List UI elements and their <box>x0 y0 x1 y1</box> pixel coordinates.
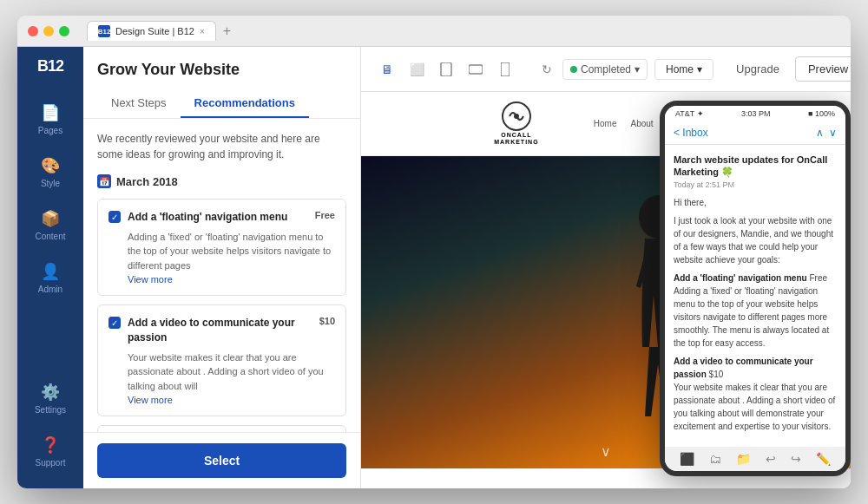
phone-icon-6[interactable]: ✏️ <box>816 452 831 466</box>
browser-tab[interactable]: B12 Design Suite | B12 × <box>87 21 216 41</box>
rec-item-1-header: ✓ Add a 'floating' navigation menu Free <box>108 210 335 225</box>
rec-title-2: Add a video to communicate your passion <box>128 316 312 345</box>
admin-icon: 👤 <box>41 262 60 281</box>
panel-header: Grow Your Website Next Steps Recommendat… <box>83 47 360 119</box>
status-dropdown[interactable]: Completed ▾ <box>562 59 648 80</box>
status-dot <box>570 66 577 73</box>
grow-panel: Grow Your Website Next Steps Recommendat… <box>83 47 361 488</box>
rec-price-2: $10 <box>319 316 335 326</box>
close-button[interactable] <box>28 26 38 36</box>
phone-icon-1[interactable]: ⬛ <box>680 452 694 466</box>
sidebar-item-style[interactable]: 🎨 Style <box>17 147 83 197</box>
rec-link-2[interactable]: View more <box>128 395 335 405</box>
panel-description: We recently reviewed your website and he… <box>97 131 346 162</box>
rec-title-1: Add a 'floating' navigation menu <box>128 210 287 225</box>
email-rec1-desc: Adding a 'fixed' or 'floating' navigatio… <box>674 286 829 348</box>
mobile-landscape-icon[interactable] <box>464 57 488 82</box>
minimize-button[interactable] <box>43 26 54 36</box>
rec-item-3: Add a custom form $30 With a custom form… <box>97 425 346 432</box>
settings-icon: ⚙️ <box>41 383 60 402</box>
preview-button[interactable]: Preview <box>795 56 851 82</box>
b12-logo: B12 <box>37 57 63 75</box>
email-rec2-desc: Your website makes it clear that you are… <box>674 383 835 431</box>
site-logo-text: ONCALLMARKETING <box>494 132 538 147</box>
b12-sidebar: B12 📄 Pages 🎨 Style 📦 Content 👤 Admin ⚙️… <box>17 47 83 488</box>
rec-item-2-left: ✓ Add a video to communicate your passio… <box>108 316 312 345</box>
tab-close-button[interactable]: × <box>200 27 205 36</box>
email-rec2-price: $10 <box>709 370 724 379</box>
device-icons: 🖥 ⬜ <box>375 57 517 82</box>
sidebar-item-settings[interactable]: ⚙️ Settings <box>17 374 83 423</box>
tab-recommendations[interactable]: Recommendations <box>181 89 309 118</box>
rec-item-2-header: ✓ Add a video to communicate your passio… <box>108 316 335 345</box>
support-icon: ❓ <box>41 435 60 455</box>
nav-link-about[interactable]: About <box>630 119 653 128</box>
pages-icon: 📄 <box>41 103 60 122</box>
email-rec1-title: Add a 'floating' navigation menu <box>674 273 807 283</box>
rec-price-1: Free <box>315 210 335 220</box>
panel-title: Grow Your Website <box>97 61 346 79</box>
panel-footer: Select <box>83 432 360 488</box>
select-button[interactable]: Select <box>97 443 346 478</box>
phone-icon-2[interactable]: 🗂 <box>709 452 721 466</box>
refresh-icon[interactable]: ↻ <box>538 59 556 80</box>
page-dropdown[interactable]: Home ▾ <box>654 59 713 80</box>
fullscreen-button[interactable] <box>59 26 69 36</box>
email-intro: I just took a look at your website with … <box>674 214 837 266</box>
rec-item-2: ✓ Add a video to communicate your passio… <box>97 304 346 416</box>
website-preview: ONCALLMARKETING Home About Services Test… <box>361 92 851 488</box>
phone-icon-5[interactable]: ↪ <box>791 452 801 466</box>
upgrade-button[interactable]: Upgrade <box>727 57 788 81</box>
back-arrow-icon[interactable]: < Inbox <box>674 127 708 139</box>
email-rec1: Add a 'floating' navigation menu Free Ad… <box>674 272 837 350</box>
rec-item-1-left: ✓ Add a 'floating' navigation menu <box>108 210 287 225</box>
sidebar-item-label: Support <box>35 458 65 468</box>
phone-bottom-bar: ⬛ 🗂 📁 ↩ ↪ ✏️ <box>665 447 845 471</box>
site-logo-icon <box>501 101 532 132</box>
sidebar-item-label: Content <box>35 232 65 241</box>
phone-overlay: AT&T ✦ 3:03 PM ■ 100% < Inbox ∧ ∨ March … <box>660 101 851 476</box>
title-bar: B12 Design Suite | B12 × + <box>17 16 851 47</box>
email-meta: Today at 2:51 PM <box>674 180 837 189</box>
status-label: Completed <box>581 63 631 75</box>
rec-link-1[interactable]: View more <box>128 274 335 285</box>
phone-icon-4[interactable]: ↩ <box>766 452 776 466</box>
sidebar-item-pages[interactable]: 📄 Pages <box>17 95 83 144</box>
status-chevron-icon: ▾ <box>635 63 640 75</box>
nav-link-home[interactable]: Home <box>594 119 617 128</box>
phone-nav-bar: < Inbox ∧ ∨ <box>665 121 845 145</box>
svg-point-4 <box>514 114 519 119</box>
tab-favicon: B12 <box>98 25 110 37</box>
tablet-portrait-icon[interactable] <box>434 57 458 82</box>
phone-icon-3[interactable]: 📁 <box>736 452 751 466</box>
tab-bar: B12 Design Suite | B12 × + <box>87 21 840 41</box>
rec-item-1: ✓ Add a 'floating' navigation menu Free … <box>97 199 346 296</box>
email-content: March website updates for OnCall Marketi… <box>665 145 845 447</box>
tablet-landscape-icon[interactable]: ⬜ <box>404 57 429 82</box>
down-arrow-icon[interactable]: ∨ <box>829 127 837 139</box>
panel-tabs: Next Steps Recommendations <box>97 89 346 118</box>
page-chevron-icon: ▾ <box>697 63 702 75</box>
up-arrow-icon[interactable]: ∧ <box>816 127 824 139</box>
sidebar-item-admin[interactable]: 👤 Admin <box>17 253 83 303</box>
tab-title: Design Suite | B12 <box>115 26 194 36</box>
tab-next-steps[interactable]: Next Steps <box>97 89 181 118</box>
panel-content: We recently reviewed your website and he… <box>83 119 360 432</box>
sidebar-item-support[interactable]: ❓ Support <box>17 427 83 476</box>
email-rec2-title: Add a video to communicate your passion <box>674 357 813 379</box>
desktop-device-icon[interactable]: 🖥 <box>375 57 399 82</box>
rec-desc-1: Adding a 'fixed' or 'floating' navigatio… <box>128 230 335 273</box>
time-label: 3:03 PM <box>741 109 771 118</box>
phone-status-bar: AT&T ✦ 3:03 PM ■ 100% <box>665 106 845 121</box>
new-tab-button[interactable]: + <box>223 24 231 38</box>
mobile-portrait-icon[interactable] <box>493 57 517 82</box>
scroll-indicator: ∨ <box>601 443 611 460</box>
rec-desc-2: Your website makes it clear that you are… <box>128 350 335 394</box>
sidebar-item-content[interactable]: 📦 Content <box>17 200 83 250</box>
rec-checkbox-1[interactable]: ✓ <box>108 211 121 223</box>
email-greeting: Hi there, <box>674 196 837 209</box>
email-rec1-price: Free <box>809 273 827 283</box>
svg-rect-0 <box>441 62 451 76</box>
email-rec2: Add a video to communicate your passion … <box>674 355 837 433</box>
rec-checkbox-2[interactable]: ✓ <box>108 317 121 329</box>
